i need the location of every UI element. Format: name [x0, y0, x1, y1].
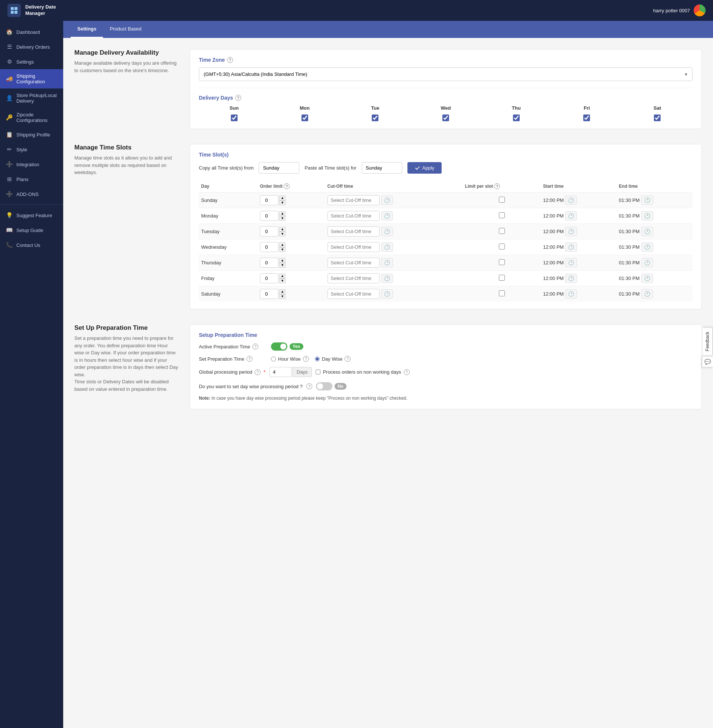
- limit-per-slot-help-icon[interactable]: ?: [494, 183, 500, 189]
- start-time-clock-sunday[interactable]: 🕐: [565, 195, 577, 205]
- start-time-clock-friday[interactable]: 🕐: [565, 274, 577, 283]
- process-non-working-help-icon[interactable]: ?: [404, 369, 410, 375]
- day-wise-option[interactable]: Day Wise ?: [315, 356, 351, 362]
- sidebar-item-plans[interactable]: ⊞Plans: [0, 172, 63, 186]
- apply-button[interactable]: Apply: [407, 162, 442, 174]
- order-limit-input-tuesday[interactable]: [260, 227, 279, 236]
- sidebar-item-setup-guide[interactable]: 📖Setup Guide: [0, 223, 63, 237]
- order-limit-up-wednesday[interactable]: ▲: [279, 242, 285, 247]
- cutoff-input-thursday[interactable]: [328, 258, 380, 268]
- sidebar-item-contact-us[interactable]: 📞Contact Us: [0, 237, 63, 252]
- timezone-select[interactable]: (GMT+5:30) Asia/Calcutta (India Standard…: [199, 67, 692, 81]
- active-prep-help-icon[interactable]: ?: [252, 343, 258, 349]
- feedback-tab[interactable]: Feedback: [703, 328, 713, 355]
- cutoff-clock-monday[interactable]: 🕐: [381, 211, 393, 221]
- start-time-clock-tuesday[interactable]: 🕐: [565, 227, 577, 236]
- end-time-clock-saturday[interactable]: 🕐: [641, 289, 653, 298]
- order-limit-input-wednesday[interactable]: [260, 242, 279, 252]
- order-limit-help-icon[interactable]: ?: [283, 183, 289, 189]
- end-time-clock-thursday[interactable]: 🕐: [641, 258, 653, 267]
- order-limit-down-wednesday[interactable]: ▼: [279, 247, 285, 252]
- sidebar-item-zipcode[interactable]: 🔑Zipcode Configurations: [0, 108, 63, 127]
- limit-slot-checkbox-sunday[interactable]: [499, 197, 505, 203]
- order-limit-input-friday[interactable]: [260, 273, 279, 283]
- copy-from-select[interactable]: SundayMondayTuesdayWednesdayThursdayFrid…: [259, 162, 299, 174]
- day-checkbox-sun[interactable]: [231, 115, 237, 121]
- order-limit-input-thursday[interactable]: [260, 258, 279, 268]
- cutoff-input-tuesday[interactable]: [328, 227, 380, 236]
- order-limit-up-friday[interactable]: ▲: [279, 274, 285, 279]
- active-prep-toggle[interactable]: [271, 342, 287, 351]
- end-time-clock-friday[interactable]: 🕐: [641, 274, 653, 283]
- delivery-days-help-icon[interactable]: ?: [235, 95, 241, 101]
- tab-settings[interactable]: Settings: [71, 21, 103, 38]
- start-time-clock-wednesday[interactable]: 🕐: [565, 242, 577, 252]
- process-non-working-checkbox[interactable]: [316, 370, 321, 374]
- start-time-clock-thursday[interactable]: 🕐: [565, 258, 577, 267]
- feedback-chat-icon[interactable]: 💬: [702, 356, 713, 367]
- cutoff-clock-saturday[interactable]: 🕐: [381, 289, 393, 298]
- day-wise-help-icon[interactable]: ?: [345, 356, 351, 362]
- day-checkbox-fri[interactable]: [583, 115, 590, 121]
- sidebar-item-delivery-orders[interactable]: ☰Delivery Orders: [0, 39, 63, 54]
- start-time-clock-saturday[interactable]: 🕐: [565, 289, 577, 298]
- hour-wise-help-icon[interactable]: ?: [303, 356, 309, 362]
- cutoff-input-monday[interactable]: [328, 211, 380, 221]
- day-checkbox-thu[interactable]: [513, 115, 520, 121]
- day-wise-toggle-help-icon[interactable]: ?: [306, 383, 312, 389]
- day-checkbox-sat[interactable]: [654, 115, 661, 121]
- day-wise-toggle[interactable]: [316, 382, 332, 390]
- sidebar-item-style[interactable]: ✏Style: [0, 142, 63, 157]
- order-limit-down-saturday[interactable]: ▼: [279, 294, 285, 299]
- paste-for-select[interactable]: SundayMondayTuesdayWednesdayThursdayFrid…: [362, 162, 402, 174]
- start-time-clock-monday[interactable]: 🕐: [565, 211, 577, 221]
- hour-wise-option[interactable]: Hour Wise ?: [271, 356, 309, 362]
- order-limit-down-monday[interactable]: ▼: [279, 216, 285, 221]
- sidebar-item-shipping-profile[interactable]: 📋Shipping Profile: [0, 127, 63, 142]
- cutoff-clock-sunday[interactable]: 🕐: [381, 195, 393, 205]
- day-checkbox-mon[interactable]: [301, 115, 308, 121]
- limit-slot-checkbox-tuesday[interactable]: [499, 228, 505, 234]
- cutoff-input-friday[interactable]: [328, 273, 380, 283]
- limit-slot-checkbox-saturday[interactable]: [499, 290, 505, 296]
- order-limit-up-thursday[interactable]: ▲: [279, 258, 285, 263]
- order-limit-down-tuesday[interactable]: ▼: [279, 232, 285, 236]
- end-time-clock-monday[interactable]: 🕐: [641, 211, 653, 221]
- sidebar-item-dashboard[interactable]: 🏠Dashboard: [0, 25, 63, 39]
- sidebar-item-integration[interactable]: ➕Integration: [0, 157, 63, 172]
- sidebar-item-addons[interactable]: ➕ADD-ONS: [0, 186, 63, 201]
- order-limit-down-thursday[interactable]: ▼: [279, 263, 285, 268]
- order-limit-down-sunday[interactable]: ▼: [279, 200, 285, 205]
- global-proc-help-icon[interactable]: ?: [255, 369, 261, 375]
- cutoff-clock-wednesday[interactable]: 🕐: [381, 242, 393, 252]
- order-limit-up-saturday[interactable]: ▲: [279, 289, 285, 294]
- sidebar-item-store-pickup[interactable]: 👤Store Pickup/Local Delivery: [0, 88, 63, 108]
- order-limit-down-friday[interactable]: ▼: [279, 279, 285, 283]
- sidebar-item-shipping-configuration[interactable]: 🚚Shipping Configuration: [0, 69, 63, 88]
- sidebar-item-settings[interactable]: ⚙Settings: [0, 54, 63, 69]
- global-proc-input[interactable]: [270, 367, 292, 377]
- limit-slot-checkbox-friday[interactable]: [499, 275, 505, 281]
- cutoff-input-saturday[interactable]: [328, 289, 380, 299]
- day-checkbox-wed[interactable]: [442, 115, 449, 121]
- order-limit-input-sunday[interactable]: [260, 195, 279, 205]
- limit-slot-checkbox-monday[interactable]: [499, 212, 505, 218]
- order-limit-input-saturday[interactable]: [260, 289, 279, 299]
- day-checkbox-tue[interactable]: [372, 115, 379, 121]
- limit-slot-checkbox-wednesday[interactable]: [499, 243, 505, 249]
- cutoff-clock-friday[interactable]: 🕐: [381, 274, 393, 283]
- set-prep-help-icon[interactable]: ?: [246, 356, 252, 362]
- tab-product-based[interactable]: Product Based: [103, 21, 148, 38]
- cutoff-input-wednesday[interactable]: [328, 242, 380, 252]
- timezone-help-icon[interactable]: ?: [227, 57, 233, 63]
- end-time-clock-wednesday[interactable]: 🕐: [641, 242, 653, 252]
- limit-slot-checkbox-thursday[interactable]: [499, 259, 505, 265]
- order-limit-up-tuesday[interactable]: ▲: [279, 227, 285, 232]
- cutoff-clock-thursday[interactable]: 🕐: [381, 258, 393, 267]
- sidebar-item-suggest-feature[interactable]: 💡Suggest Feature: [0, 208, 63, 223]
- order-limit-up-monday[interactable]: ▲: [279, 211, 285, 216]
- end-time-clock-tuesday[interactable]: 🕐: [641, 227, 653, 236]
- cutoff-input-sunday[interactable]: [328, 195, 380, 205]
- end-time-clock-sunday[interactable]: 🕐: [641, 195, 653, 205]
- order-limit-input-monday[interactable]: [260, 211, 279, 221]
